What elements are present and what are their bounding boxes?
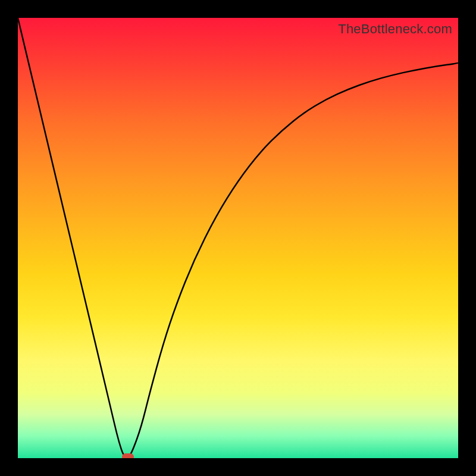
plot-area: TheBottleneck.com (18, 18, 458, 458)
curve-svg (18, 18, 458, 458)
chart-frame: TheBottleneck.com (0, 0, 476, 476)
bottleneck-curve (18, 18, 458, 458)
optimal-marker (122, 453, 134, 458)
watermark-label: TheBottleneck.com (338, 21, 452, 37)
